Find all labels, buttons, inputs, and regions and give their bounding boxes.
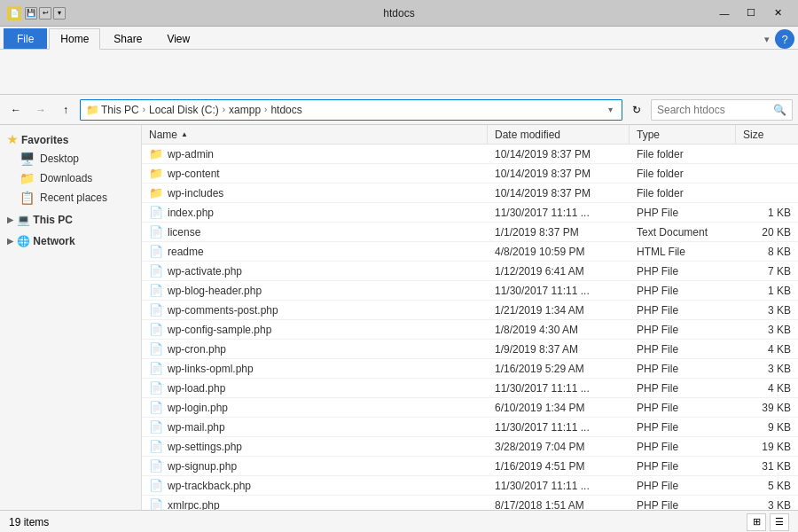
sidebar-this-pc-header[interactable]: ▶ 💻 This PC	[0, 211, 141, 229]
table-row[interactable]: 📄 readme 4/8/2019 10:59 PM HTML File 8 K…	[142, 242, 798, 262]
file-name-cell: 📄 wp-links-opml.php	[142, 362, 488, 375]
col-size-label: Size	[743, 129, 763, 141]
file-name-cell: 📄 wp-login.php	[142, 401, 488, 414]
table-row[interactable]: 📄 index.php 11/30/2017 11:11 ... PHP Fil…	[142, 203, 798, 223]
quick-access-btn-1[interactable]: 💾	[25, 7, 37, 20]
table-row[interactable]: 📄 wp-signup.php 1/16/2019 4:51 PM PHP Fi…	[142, 457, 798, 476]
search-box[interactable]: 🔍	[651, 99, 793, 121]
html-file-icon: 📄	[149, 245, 163, 258]
address-box[interactable]: 📁 This PC › Local Disk (C:) › xampp › ht…	[80, 99, 622, 121]
close-button[interactable]: ✕	[764, 4, 791, 22]
file-type-cell: PHP File	[630, 421, 736, 434]
table-row[interactable]: 📄 license 1/1/2019 8:37 PM Text Document…	[142, 223, 798, 242]
file-date-cell: 1/12/2019 6:41 AM	[488, 265, 630, 278]
table-row[interactable]: 📄 wp-trackback.php 11/30/2017 11:11 ... …	[142, 476, 798, 496]
sidebar-this-pc-icon: 💻	[17, 214, 30, 226]
sidebar-item-label-downloads: Downloads	[40, 172, 92, 184]
file-size-cell: 31 KB	[736, 460, 798, 473]
breadcrumb-htdocs[interactable]: htdocs	[270, 104, 301, 116]
file-size-cell: 20 KB	[736, 226, 798, 239]
quick-access-btn-2[interactable]: ↩	[39, 7, 51, 20]
php-file-icon: 📄	[149, 303, 163, 317]
breadcrumb-local-disk[interactable]: Local Disk (C:)	[149, 104, 219, 116]
file-size-cell: 3 KB	[736, 324, 798, 336]
tab-file[interactable]: File	[4, 28, 47, 49]
file-size-cell: 1 KB	[736, 207, 798, 219]
table-row[interactable]: 📄 wp-login.php 6/10/2019 1:34 PM PHP Fil…	[142, 398, 798, 418]
help-button[interactable]: ?	[775, 29, 794, 49]
txt-file-icon: 📄	[149, 225, 163, 239]
forward-button[interactable]: →	[30, 99, 51, 121]
sidebar-network-header[interactable]: ▶ 🌐 Network	[0, 232, 141, 250]
file-name-text: wp-cron.php	[168, 343, 226, 356]
file-name-text: wp-blog-header.php	[168, 285, 262, 297]
table-row[interactable]: 📄 wp-activate.php 1/12/2019 6:41 AM PHP …	[142, 262, 798, 281]
file-name-cell: 📄 wp-mail.php	[142, 420, 488, 434]
table-row[interactable]: 📁 wp-admin 10/14/2019 8:37 PM File folde…	[142, 145, 798, 164]
file-type-cell: PHP File	[630, 324, 736, 336]
view-details-btn[interactable]: ⊞	[747, 513, 766, 531]
php-file-icon: 📄	[149, 323, 163, 336]
window-title: htdocs	[383, 7, 414, 20]
file-name-text: wp-signup.php	[168, 460, 237, 473]
sidebar-item-label-recent: Recent places	[40, 192, 107, 204]
file-name-cell: 📄 wp-comments-post.php	[142, 303, 488, 317]
tab-view[interactable]: View	[155, 28, 201, 49]
sidebar-item-recent-places[interactable]: 📋 Recent places	[0, 188, 141, 207]
table-row[interactable]: 📄 wp-mail.php 11/30/2017 11:11 ... PHP F…	[142, 418, 798, 437]
maximize-button[interactable]: ☐	[738, 4, 764, 22]
file-size-cell: 4 KB	[736, 382, 798, 395]
table-row[interactable]: 📄 wp-config-sample.php 1/8/2019 4:30 AM …	[142, 320, 798, 340]
up-button[interactable]: ↑	[55, 99, 76, 121]
main-area: ★ Favorites 🖥️ Desktop 📁 Downloads 📋 Rec…	[0, 125, 798, 510]
minimize-button[interactable]: —	[711, 4, 738, 22]
file-date-cell: 4/8/2019 10:59 PM	[488, 246, 630, 258]
quick-access-toolbar: 💾 ↩ ▾	[25, 7, 66, 20]
table-row[interactable]: 📄 wp-blog-header.php 11/30/2017 11:11 ..…	[142, 281, 798, 301]
file-name-text: wp-trackback.php	[168, 480, 251, 492]
file-date-cell: 1/16/2019 4:51 PM	[488, 460, 630, 473]
ribbon-collapse-btn[interactable]: ▾	[764, 34, 770, 45]
col-date-label: Date modified	[495, 129, 560, 141]
table-row[interactable]: 📄 wp-load.php 11/30/2017 11:11 ... PHP F…	[142, 379, 798, 398]
php-file-icon: 📄	[149, 284, 163, 297]
file-name-text: license	[168, 226, 200, 239]
refresh-button[interactable]: ↻	[626, 99, 647, 121]
table-row[interactable]: 📄 xmlrpc.php 8/17/2018 1:51 AM PHP File …	[142, 496, 798, 510]
col-header-name[interactable]: Name ▲	[142, 125, 488, 144]
col-header-date[interactable]: Date modified	[488, 125, 630, 144]
col-header-size[interactable]: Size	[736, 125, 798, 144]
folder-icon: 📁	[149, 167, 163, 180]
view-list-btn[interactable]: ☰	[770, 513, 789, 531]
table-row[interactable]: 📄 wp-settings.php 3/28/2019 7:04 PM PHP …	[142, 437, 798, 457]
table-row[interactable]: 📄 wp-cron.php 1/9/2019 8:37 AM PHP File …	[142, 340, 798, 359]
file-area: Name ▲ Date modified Type Size 📁 wp-admi…	[142, 125, 798, 510]
file-name-text: wp-settings.php	[168, 441, 242, 453]
table-row[interactable]: 📁 wp-includes 10/14/2019 8:37 PM File fo…	[142, 184, 798, 203]
breadcrumb-xampp[interactable]: xampp	[229, 104, 261, 116]
tab-share[interactable]: Share	[102, 28, 153, 49]
table-row[interactable]: 📁 wp-content 10/14/2019 8:37 PM File fol…	[142, 164, 798, 184]
tab-home[interactable]: Home	[49, 28, 100, 50]
file-type-cell: PHP File	[630, 363, 736, 375]
quick-access-dropdown[interactable]: ▾	[53, 7, 66, 20]
file-name-cell: 📄 wp-trackback.php	[142, 479, 488, 492]
sidebar-favorites-header[interactable]: ★ Favorites	[0, 130, 141, 149]
table-row[interactable]: 📄 wp-links-opml.php 1/16/2019 5:29 AM PH…	[142, 359, 798, 379]
col-header-type[interactable]: Type	[630, 125, 736, 144]
file-name-text: wp-comments-post.php	[168, 304, 278, 317]
ribbon-content	[0, 50, 798, 94]
file-date-cell: 1/16/2019 5:29 AM	[488, 363, 630, 375]
file-size-cell: 19 KB	[736, 441, 798, 453]
sidebar-item-downloads[interactable]: 📁 Downloads	[0, 168, 141, 188]
breadcrumb-this-pc[interactable]: This PC	[101, 104, 139, 116]
search-input[interactable]	[657, 104, 770, 116]
table-row[interactable]: 📄 wp-comments-post.php 1/21/2019 1:34 AM…	[142, 301, 798, 320]
sidebar-item-desktop[interactable]: 🖥️ Desktop	[0, 149, 141, 168]
back-button[interactable]: ←	[5, 99, 27, 121]
address-dropdown-btn[interactable]: ▾	[605, 105, 616, 114]
sidebar-section-this-pc: ▶ 💻 This PC	[0, 211, 141, 229]
file-type-cell: Text Document	[630, 226, 736, 239]
file-rows-container: 📁 wp-admin 10/14/2019 8:37 PM File folde…	[142, 145, 798, 510]
folder-icon: 📁	[149, 147, 163, 160]
